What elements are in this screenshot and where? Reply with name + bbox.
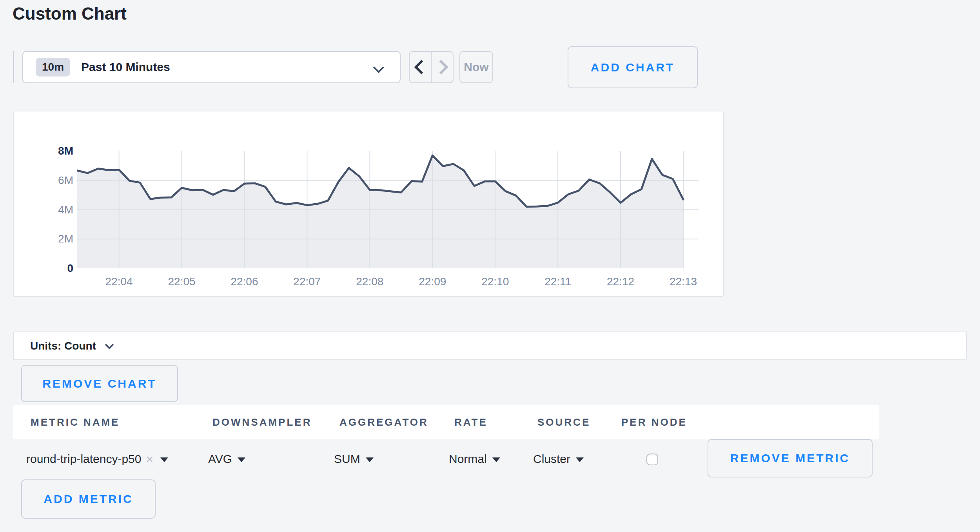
rate-dropdown[interactable]: Normal [449,448,500,470]
time-step-controls [409,51,454,83]
chevron-down-icon [373,62,384,73]
x-axis-tick-label: 22:09 [419,275,446,288]
time-window-dropdown[interactable]: 10m Past 10 Minutes [22,51,401,83]
y-axis-tick-label: 2M [14,232,73,246]
downsampler-dropdown[interactable]: AVG [208,448,245,470]
chart-card: 02M4M6M8M 22:0422:0522:0622:0722:0822:09… [13,111,724,297]
aggregator-dropdown[interactable]: SUM [334,448,374,470]
x-axis-tick-label: 22:06 [230,275,258,288]
x-axis-tick-label: 22:08 [356,275,383,288]
x-axis-tick-label: 22:12 [607,275,634,288]
source-dropdown[interactable]: Cluster [533,448,584,470]
column-header-downsampler: DOWNSAMPLER [212,405,312,439]
x-axis-tick-label: 22:11 [544,275,571,288]
chevron-right-icon [434,60,448,75]
metric-name-value: round-trip-latency-p50 [26,452,141,466]
caret-down-icon [160,457,168,462]
x-axis-tick-label: 22:10 [481,275,509,288]
downsampler-value: AVG [208,452,232,466]
y-axis-tick-label: 8M [14,144,73,158]
chevron-left-icon [414,60,429,75]
timeseries-chart [77,151,699,268]
remove-chart-button[interactable]: REMOVE CHART [21,365,178,402]
aggregator-value: SUM [334,452,360,466]
clear-icon[interactable]: × [146,452,153,466]
x-axis-tick-label: 22:05 [168,275,196,288]
per-node-checkbox[interactable] [646,454,658,465]
column-header-per-node: PER NODE [621,405,687,439]
y-axis-tick-label: 0 [14,261,73,275]
column-header-aggregator: AGGREGATOR [339,405,428,439]
now-button[interactable]: Now [459,51,493,83]
metrics-table-header: METRIC NAME DOWNSAMPLER AGGREGATOR RATE … [13,405,879,439]
toolbar-divider [13,51,14,83]
page-title: Custom Chart [13,4,127,24]
column-header-source: SOURCE [537,405,590,439]
rate-value: Normal [449,452,487,466]
caret-down-icon [492,457,500,462]
time-window-badge: 10m [36,58,70,77]
caret-down-icon [576,457,584,462]
units-dropdown[interactable]: Units: Count [13,332,967,360]
custom-chart-page: Custom Chart 10m Past 10 Minutes Now ADD… [0,0,980,532]
y-axis-tick-label: 4M [14,203,73,217]
add-metric-button[interactable]: ADD METRIC [21,479,156,519]
chevron-down-icon [105,340,114,349]
source-value: Cluster [533,452,570,466]
x-axis-tick-label: 22:13 [670,275,697,288]
time-step-back-button[interactable] [410,52,431,82]
caret-down-icon [238,457,245,462]
time-window-label: Past 10 Minutes [81,60,170,74]
time-step-forward-button[interactable] [431,52,453,82]
column-header-metric-name: METRIC NAME [31,405,120,439]
y-axis-tick-label: 6M [14,173,73,188]
caret-down-icon [366,457,374,462]
column-header-rate: RATE [454,405,488,439]
units-label: Units: Count [30,340,96,352]
remove-metric-button[interactable]: REMOVE METRIC [708,439,873,477]
x-axis-tick-label: 22:04 [105,275,133,288]
metric-name-dropdown[interactable]: round-trip-latency-p50 × [26,448,168,470]
add-chart-button[interactable]: ADD CHART [568,46,698,88]
x-axis-tick-label: 22:07 [293,275,321,288]
